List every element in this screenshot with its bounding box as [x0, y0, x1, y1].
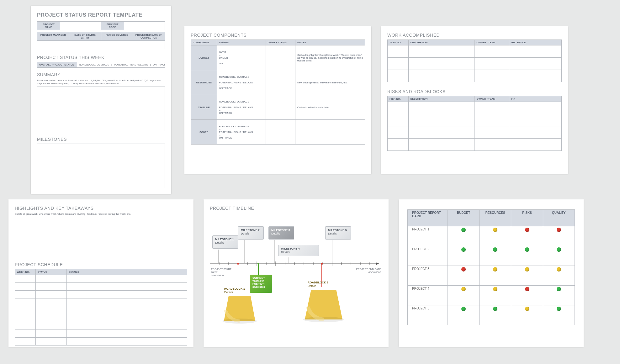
status-dot-cell: [480, 226, 511, 246]
status-dot-cell: [448, 266, 479, 286]
table-row[interactable]: [388, 70, 409, 82]
status-dot-icon: [525, 287, 529, 291]
status-dot-cell: [543, 266, 575, 286]
table-row[interactable]: [388, 139, 409, 151]
th-quality: QUALITY: [543, 210, 575, 226]
page-highlights-schedule: HIGHLIGHTS AND KEY TAKEAWAYS Bullets of …: [8, 199, 193, 347]
page-work-risks: WORK ACCOMPLISHED TASK NO. DESCRIPTION O…: [381, 26, 568, 174]
status-dot-cell: [543, 286, 575, 305]
hdr-proj-date: PROJECTED DATE OF COMPLETION: [133, 32, 165, 41]
row-timeline-notes: On track to final launch date: [295, 95, 365, 120]
table-row[interactable]: [15, 330, 36, 338]
report-project-name: PROJECT 2: [408, 246, 448, 266]
status-dot-icon: [525, 307, 529, 311]
status-dot-icon: [461, 307, 466, 311]
summary-title: SUMMARY: [37, 72, 165, 77]
row-resources-status: ROADBLOCK / OVERAGE – POTENTIAL RISKS / …: [217, 70, 266, 95]
components-table: COMPONENT STATUS OWNER / TEAM NOTES BUDG…: [191, 40, 365, 145]
status-dot-icon: [557, 287, 561, 291]
status-dot-icon: [493, 228, 497, 232]
val-date-entry[interactable]: [69, 41, 101, 49]
val-pm[interactable]: [37, 41, 69, 49]
cell-project-name-value[interactable]: [60, 22, 101, 30]
page-project-timeline: PROJECT TIMELINE: [204, 199, 389, 347]
table-row[interactable]: [388, 102, 409, 114]
page-report-card: PROJECT REPORT CARD BUDGET RESOURCES RIS…: [399, 199, 584, 347]
status-dot-icon: [557, 307, 561, 311]
page-status-report: PROJECT STATUS REPORT TEMPLATE PROJECT N…: [31, 6, 171, 194]
row-budget-owner[interactable]: [266, 45, 295, 70]
row-scope-notes: [295, 120, 365, 145]
cell-project-code-value[interactable]: [124, 22, 165, 30]
hdr-period: PERIOD COVERED: [101, 32, 133, 41]
status-pill-table: OVERALL PROJECT STATUS ROADBLOCK / OVERA…: [37, 62, 165, 68]
status-dot-icon: [525, 247, 529, 252]
row-budget-status: OVER – UNDER – ON: [217, 45, 266, 70]
cell-project-name-label: PROJECT NAME: [37, 22, 60, 30]
table-row[interactable]: [15, 283, 36, 291]
milestone-4: MILESTONE 4Details: [278, 245, 319, 256]
project-meta-table: PROJECT MANAGER DATE OF STATUS ENTRY PER…: [37, 32, 165, 49]
row-budget-notes: Call out highlights: "Exceptional work,"…: [295, 45, 365, 70]
table-row[interactable]: [15, 314, 36, 322]
table-row[interactable]: [15, 275, 36, 283]
opt-roadblock: ROADBLOCK / OVERAGE: [79, 63, 109, 66]
report-project-name: PROJECT 1: [408, 226, 448, 246]
status-dot-icon: [557, 267, 561, 272]
table-row[interactable]: [388, 126, 409, 139]
svg-marker-1: [376, 262, 379, 265]
milestone-5: MILESTONE 5Details: [325, 226, 351, 240]
th-reception: RECEPTION: [509, 40, 562, 45]
table-row[interactable]: [388, 114, 409, 126]
table-row[interactable]: [15, 322, 36, 330]
status-dot-cell: [511, 246, 543, 266]
cell-project-code-label: PROJECT CODE: [101, 22, 124, 30]
work-table: TASK NO. DESCRIPTION OWNER / TEAM RECEPT…: [387, 40, 562, 82]
table-row[interactable]: [388, 45, 409, 58]
th-budget: BUDGET: [448, 210, 479, 226]
overall-status-label: OVERALL PROJECT STATUS: [37, 62, 77, 68]
report-row: PROJECT 2: [408, 246, 575, 266]
val-proj-date[interactable]: [133, 41, 165, 49]
table-row[interactable]: [15, 291, 36, 298]
page-project-components: PROJECT COMPONENTS COMPONENT STATUS OWNE…: [184, 26, 371, 174]
highlights-box[interactable]: [15, 217, 187, 255]
report-row: PROJECT 4: [408, 286, 575, 305]
row-budget: BUDGET: [191, 45, 217, 70]
table-row[interactable]: [15, 298, 36, 306]
th-sdetails: DETAILS: [66, 269, 187, 275]
risk-table: RISK NO. DESCRIPTION OWNER / TEAM FIX: [387, 96, 562, 151]
row-timeline-owner[interactable]: [266, 95, 295, 120]
summary-box[interactable]: [37, 87, 165, 131]
th-notes: NOTES: [295, 40, 365, 45]
table-row[interactable]: [15, 338, 36, 346]
status-dot-icon: [493, 267, 497, 272]
highlights-note: Bullets of great work, who owns what, wh…: [15, 213, 187, 216]
schedule-table: WEEK NO. STATUS DETAILS: [15, 269, 187, 346]
roadblock-2-icon: [303, 290, 344, 324]
timeline-start: PROJECT START DATE00/00/0000: [211, 268, 236, 277]
status-dot-icon: [493, 307, 497, 311]
table-row[interactable]: [388, 58, 409, 70]
roadblock-2-label: ROADBLOCK 2Details: [308, 281, 328, 288]
risk-title: RISKS AND ROADBLOCKS: [387, 89, 562, 94]
row-scope-owner[interactable]: [266, 120, 295, 145]
th-week: WEEK NO.: [15, 269, 36, 275]
table-row[interactable]: [15, 306, 36, 314]
row-resources-owner[interactable]: [266, 70, 295, 95]
th-status: STATUS: [217, 40, 266, 45]
row-resources-notes: New developments, new team members, etc.: [295, 70, 365, 95]
milestones-box[interactable]: [37, 144, 165, 188]
status-dot-cell: [480, 305, 511, 325]
status-dot-icon: [461, 267, 466, 272]
status-dot-cell: [480, 286, 511, 305]
th-resources: RESOURCES: [480, 210, 511, 226]
th-sstatus: STATUS: [35, 269, 66, 275]
status-dot-cell: [480, 246, 511, 266]
doc-title: PROJECT STATUS REPORT TEMPLATE: [37, 12, 165, 18]
report-row: PROJECT 1: [408, 226, 575, 246]
milestone-1: MILESTONE 1Details: [212, 235, 238, 249]
status-dot-cell: [480, 266, 511, 286]
th-owner: OWNER / TEAM: [474, 40, 509, 45]
val-period[interactable]: [101, 41, 133, 49]
